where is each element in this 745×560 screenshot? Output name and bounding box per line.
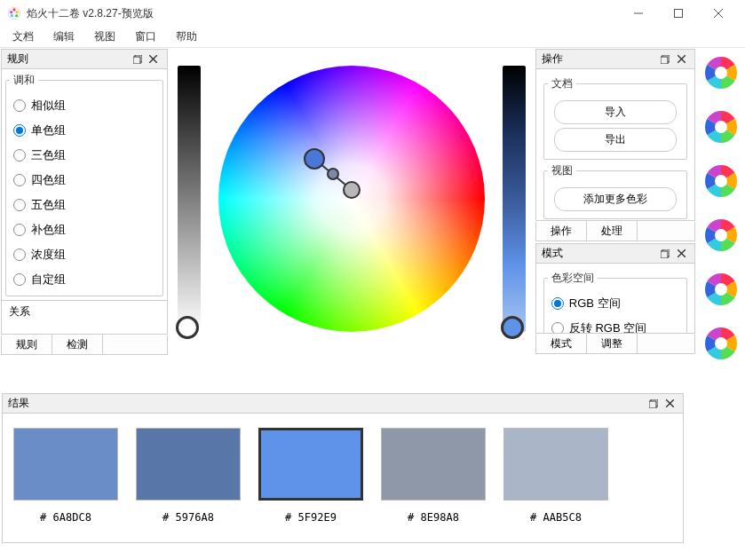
swatch-3[interactable]: # 8E98A8 <box>381 428 486 533</box>
swatch-0[interactable]: # 6A8DC8 <box>13 428 118 533</box>
svg-rect-20 <box>661 251 668 258</box>
svg-rect-16 <box>661 57 668 64</box>
menu-1[interactable]: 编辑 <box>44 27 83 47</box>
swatch-hex: # 5976A8 <box>162 511 214 524</box>
rules-tab-0[interactable]: 规则 <box>2 335 52 355</box>
ops-panel: 操作 文档 导入 导出 视图 添加更多色彩 <box>535 49 695 221</box>
relation-header: 关系 <box>2 300 167 323</box>
add-more-colors-button[interactable]: 添加更多色彩 <box>554 187 676 211</box>
ops-tab-1[interactable]: 处理 <box>587 221 638 241</box>
swatch-hex: # 6A8DC8 <box>40 511 91 524</box>
rule-option-0[interactable]: 相似组 <box>10 93 159 118</box>
swatch-hex: # 5F92E9 <box>285 511 337 524</box>
svg-rect-11 <box>133 57 140 64</box>
hue-handle[interactable] <box>501 316 524 339</box>
close-icon[interactable] <box>673 51 689 67</box>
radio-icon <box>13 124 26 137</box>
menu-2[interactable]: 视图 <box>85 27 124 47</box>
wheel-handle-2[interactable] <box>327 168 339 180</box>
svg-point-28 <box>715 175 727 187</box>
svg-point-32 <box>715 283 727 296</box>
swatch-color <box>258 428 363 501</box>
import-button[interactable]: 导入 <box>554 100 676 124</box>
rule-option-label: 五色组 <box>31 197 66 213</box>
radio-icon <box>13 273 26 286</box>
results-panel: 结果 # 6A8DC8# 5976A8# 5F92E9# 8E98A8# AAB… <box>2 393 684 543</box>
swatch-color <box>381 428 486 501</box>
sidebar-wheel-icon-2[interactable] <box>703 163 739 201</box>
rule-option-6[interactable]: 浓度组 <box>10 242 159 267</box>
undock-icon[interactable] <box>130 51 146 67</box>
rules-tabstrip: 规则检测 <box>1 335 168 355</box>
rules-panel: 规则 调和 相似组单色组三色组四色组五色组补色组浓度组自定组 关系 <box>1 49 168 335</box>
undock-icon[interactable] <box>657 246 673 262</box>
swatch-4[interactable]: # AAB5C8 <box>503 428 608 533</box>
lightness-handle[interactable] <box>176 316 199 339</box>
undock-icon[interactable] <box>657 51 673 67</box>
rule-option-label: 相似组 <box>31 98 66 114</box>
rule-option-3[interactable]: 四色组 <box>10 168 159 193</box>
swatch-1[interactable]: # 5976A8 <box>136 428 241 533</box>
rule-option-4[interactable]: 五色组 <box>10 193 159 217</box>
maximize-button[interactable] <box>658 0 698 27</box>
svg-point-1 <box>12 8 15 11</box>
rule-option-label: 单色组 <box>31 122 66 138</box>
radio-icon <box>551 322 564 333</box>
rule-option-label: 补色组 <box>31 222 66 238</box>
undock-icon[interactable] <box>646 396 662 412</box>
ops-tabstrip: 操作处理 <box>535 222 695 241</box>
export-button[interactable]: 导出 <box>554 128 676 152</box>
svg-point-5 <box>10 11 12 13</box>
swatch-hex: # AAB5C8 <box>530 511 582 524</box>
mode-tabstrip: 模式调整 <box>535 335 695 354</box>
svg-point-26 <box>715 121 727 133</box>
rule-option-5[interactable]: 补色组 <box>10 217 159 242</box>
close-icon[interactable] <box>146 51 162 67</box>
radio-icon <box>551 297 564 310</box>
mode-option-0[interactable]: RGB 空间 <box>548 291 683 316</box>
menu-3[interactable]: 窗口 <box>126 27 165 47</box>
titlebar: 焰火十二卷 v2.8.27-预览版 <box>0 0 745 27</box>
close-icon[interactable] <box>673 246 689 262</box>
menu-4[interactable]: 帮助 <box>167 27 206 47</box>
sidebar-wheel-icon-1[interactable] <box>703 109 739 147</box>
minimize-button[interactable] <box>618 0 658 27</box>
radio-icon <box>13 149 26 162</box>
sidebar-wheel-icon-4[interactable] <box>703 272 739 310</box>
swatch-color <box>13 428 118 501</box>
mode-tab-1[interactable]: 调整 <box>587 334 638 354</box>
harmony-group: 调和 相似组单色组三色组四色组五色组补色组浓度组自定组 <box>5 73 163 296</box>
sidebar-wheel-icon-5[interactable] <box>703 326 739 364</box>
swatch-2[interactable]: # 5F92E9 <box>258 428 363 533</box>
hue-strip[interactable] <box>503 66 526 332</box>
harmony-legend: 调和 <box>10 73 38 88</box>
svg-rect-36 <box>649 401 656 408</box>
wheel-handle-3[interactable] <box>343 181 361 199</box>
rule-option-label: 四色组 <box>31 172 66 188</box>
rules-tab-1[interactable]: 检测 <box>52 335 103 355</box>
close-icon[interactable] <box>662 396 678 412</box>
wheel-handle-primary[interactable] <box>304 148 325 170</box>
sidebar-toolbar <box>696 48 745 560</box>
svg-point-4 <box>11 14 13 17</box>
rule-option-2[interactable]: 三色组 <box>10 143 159 168</box>
mode-option-label: 反转 RGB 空间 <box>569 320 646 333</box>
color-wheel[interactable] <box>218 66 485 332</box>
radio-icon <box>13 99 26 112</box>
swatch-color <box>503 428 608 501</box>
sidebar-wheel-icon-0[interactable] <box>703 55 739 93</box>
mode-option-1[interactable]: 反转 RGB 空间 <box>548 316 683 333</box>
menu-0[interactable]: 文档 <box>4 27 43 47</box>
sidebar-wheel-icon-3[interactable] <box>703 217 739 256</box>
ops-tab-0[interactable]: 操作 <box>536 221 587 241</box>
close-button[interactable] <box>698 0 738 27</box>
ops-panel-title: 操作 <box>542 51 563 67</box>
lightness-strip[interactable] <box>178 66 201 332</box>
mode-tab-0[interactable]: 模式 <box>536 334 587 354</box>
rule-option-1[interactable]: 单色组 <box>10 118 159 143</box>
svg-point-24 <box>715 67 727 79</box>
mode-panel: 模式 色彩空间 RGB 空间反转 RGB 空间 <box>535 243 695 334</box>
app-icon <box>7 6 21 20</box>
rule-option-7[interactable]: 自定组 <box>10 267 159 292</box>
results-panel-title: 结果 <box>8 396 29 411</box>
